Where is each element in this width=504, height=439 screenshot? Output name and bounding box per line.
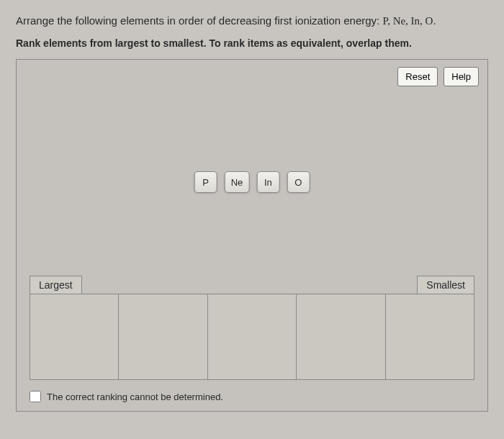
largest-label: Largest: [30, 276, 82, 294]
rank-slot[interactable]: [119, 294, 207, 379]
question-prefix: Arrange the following elements in order …: [16, 14, 382, 27]
question-elements: P, Ne, In, O: [382, 15, 433, 27]
element-tile-ne[interactable]: Ne: [225, 171, 250, 193]
rank-slot[interactable]: [208, 294, 297, 379]
rank-slots: [30, 294, 474, 380]
question-suffix: .: [433, 14, 436, 27]
smallest-label: Smallest: [417, 276, 474, 294]
element-tiles-row: P Ne In O: [194, 171, 310, 193]
element-tile-p[interactable]: P: [194, 171, 217, 193]
help-button[interactable]: Help: [444, 67, 479, 86]
work-area: Reset Help P Ne In O Largest Smallest Th…: [16, 59, 488, 412]
element-tile-in[interactable]: In: [256, 171, 279, 193]
element-tile-o[interactable]: O: [287, 171, 310, 193]
rank-slot[interactable]: [386, 294, 474, 379]
reset-button[interactable]: Reset: [397, 67, 438, 86]
cannot-determine-label: The correct ranking cannot be determined…: [47, 392, 223, 402]
cannot-determine-checkbox[interactable]: [30, 391, 41, 402]
rank-slot[interactable]: [30, 294, 119, 379]
rank-slot[interactable]: [297, 294, 385, 379]
ranking-labels: Largest Smallest: [30, 276, 474, 294]
question-text: Arrange the following elements in order …: [16, 13, 488, 29]
cannot-determine-row: The correct ranking cannot be determined…: [30, 391, 223, 402]
ranking-area: Largest Smallest: [30, 276, 474, 380]
top-button-row: Reset Help: [397, 67, 479, 86]
instruction-text: Rank elements from largest to smallest. …: [16, 37, 488, 49]
